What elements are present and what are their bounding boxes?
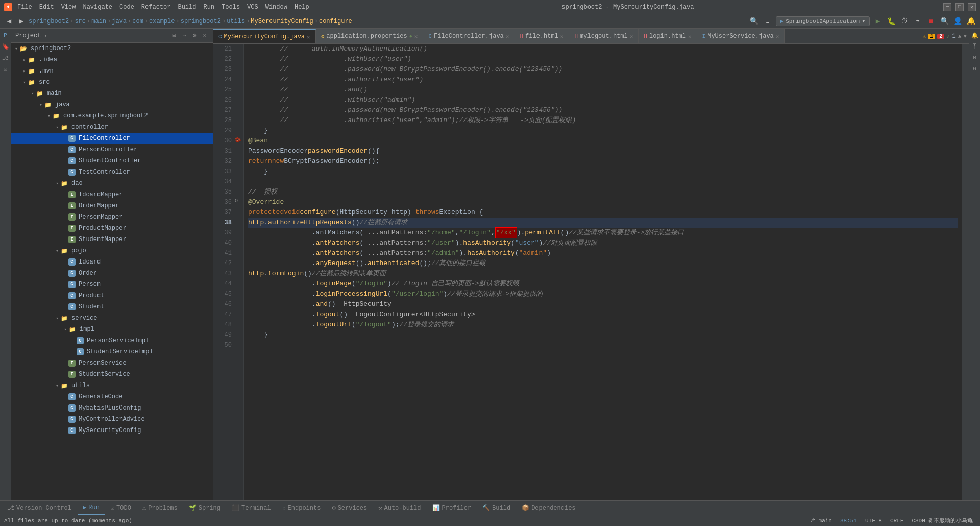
tab-myuserservice[interactable]: I MyUserService.java ✕	[697, 29, 785, 43]
menu-view[interactable]: View	[58, 3, 79, 12]
tree-item--mvn[interactable]: ▸📁.mvn	[11, 65, 213, 77]
bottom-tab-run[interactable]: ▶Run	[78, 501, 105, 515]
code-line[interactable]: // 授权	[248, 187, 958, 197]
code-editor[interactable]: // auth.inMemoryAuthentication() // .wit…	[244, 44, 962, 500]
coverage-button[interactable]: ☂	[913, 16, 923, 27]
tab-close-button[interactable]: ✕	[776, 33, 779, 40]
tree-item-mycontrolleradvice[interactable]: CMyControllerAdvice	[11, 414, 213, 425]
tree-item-testcontroller[interactable]: CTestController	[11, 166, 213, 178]
git-status[interactable]: ⎇ main	[805, 515, 835, 527]
encoding-status[interactable]: UTF-8	[862, 515, 885, 527]
user-button[interactable]: 👤	[952, 16, 963, 27]
debug-button[interactable]: 🐛	[886, 16, 896, 27]
tab-file-html[interactable]: H file.html ✕	[514, 29, 569, 43]
menu-file[interactable]: File	[14, 3, 35, 12]
tab-close-button[interactable]: ✕	[414, 33, 418, 40]
maximize-button[interactable]: □	[955, 3, 964, 11]
project-dropdown-icon[interactable]: ▾	[44, 33, 47, 39]
bottom-tab-profiler[interactable]: 📊Profiler	[427, 501, 477, 515]
tree-item-productmapper[interactable]: IProductMapper	[11, 223, 213, 234]
tree-item-product[interactable]: CProduct	[11, 290, 213, 301]
tab-close-button[interactable]: ✕	[506, 33, 509, 40]
tree-item-dao[interactable]: ▾📁dao	[11, 178, 213, 189]
database-icon[interactable]: 🗄	[970, 42, 979, 51]
collapse-all-button[interactable]: ⊟	[170, 32, 178, 40]
breadcrumb-java[interactable]: java	[112, 18, 127, 25]
tree-item-personcontroller[interactable]: CPersonController	[11, 144, 213, 155]
code-line[interactable]: .logoutUrl("/logout");//登录提交的请求	[248, 320, 958, 330]
cursor-position[interactable]: 38:51	[837, 515, 860, 527]
tree-item-generatecode[interactable]: CGenerateCode	[11, 391, 213, 402]
bottom-tab-todo[interactable]: ☑TODO	[106, 501, 136, 515]
menu-window[interactable]: Window	[262, 3, 290, 12]
code-line[interactable]: .loginProcessingUrl("/user/login")//登录提交…	[248, 289, 958, 299]
structure-sidebar-icon[interactable]: ≡	[1, 76, 10, 85]
tree-item-order[interactable]: COrder	[11, 268, 213, 279]
stop-button[interactable]: ■	[926, 16, 936, 27]
line-separator-status[interactable]: CRLF	[887, 515, 906, 527]
tree-item-mysercurityconfig[interactable]: CMySercurityConfig	[11, 425, 213, 436]
notifications-button[interactable]: 🔔	[966, 16, 976, 27]
code-line[interactable]: }	[248, 166, 958, 177]
tree-item-idcardmapper[interactable]: IIdcardMapper	[11, 189, 213, 200]
code-line[interactable]: .loginPage("/login")// /login 自己写的页面->默认…	[248, 279, 958, 289]
breadcrumb-src[interactable]: src	[75, 18, 86, 25]
search-everywhere-button[interactable]: 🔍	[749, 16, 760, 27]
tree-item-filecontroller[interactable]: CFileController	[11, 133, 213, 144]
breadcrumb-springboot2-2[interactable]: springboot2	[181, 18, 221, 25]
menu-edit[interactable]: Edit	[36, 3, 57, 12]
breadcrumb-com[interactable]: com	[132, 18, 143, 25]
tree-item-impl[interactable]: ▾📁impl	[11, 324, 213, 335]
tree-item-springboot2[interactable]: ▾📂springboot2	[11, 43, 213, 54]
tab-close-button[interactable]: ✕	[560, 33, 564, 40]
code-line[interactable]: // .withUser("admin")	[248, 95, 958, 105]
code-line[interactable]: .antMatchers( ...antPatterns: "/user").h…	[248, 238, 958, 248]
notifications-sidebar-icon[interactable]: 🔔	[970, 31, 979, 40]
code-line[interactable]: // .password(new BCryptPasswordEncoder()…	[248, 105, 958, 115]
code-line[interactable]: return new BCryptPasswordEncoder();	[248, 156, 958, 166]
forward-button[interactable]: ▶	[16, 16, 27, 27]
run-configuration[interactable]: ▶ Springboot2Application ▾	[776, 16, 870, 26]
bottom-tab-problems[interactable]: ⚠Problems	[137, 501, 183, 515]
tree-item--idea[interactable]: ▸📁.idea	[11, 54, 213, 65]
bottom-tab-version-control[interactable]: ⎇Version Control	[2, 501, 77, 515]
breadcrumb-springboot2[interactable]: springboot2	[29, 18, 69, 25]
run-button[interactable]: ▶	[873, 16, 883, 27]
tree-item-service[interactable]: ▾📁service	[11, 313, 213, 324]
code-line[interactable]: http.authorizeHttpRequests()//拦截所有请求	[248, 218, 958, 228]
menu-code[interactable]: Code	[116, 3, 137, 12]
breadcrumb-main[interactable]: main	[91, 18, 106, 25]
tree-item-personservice[interactable]: IPersonService	[11, 357, 213, 369]
search-button[interactable]: 🔍	[939, 16, 949, 27]
tree-item-studentcontroller[interactable]: CStudentController	[11, 155, 213, 166]
code-line[interactable]: protected void configure(HttpSecurity ht…	[248, 207, 958, 218]
code-line[interactable]: // .authorities("user")	[248, 75, 958, 85]
breadcrumb-configure[interactable]: configure	[319, 18, 352, 25]
menu-help[interactable]: Help	[291, 3, 312, 12]
hide-panel-button[interactable]: ✕	[201, 32, 209, 40]
menu-build[interactable]: Build	[175, 3, 199, 12]
tree-item-main[interactable]: ▾📁main	[11, 88, 213, 99]
close-button[interactable]: ✕	[968, 3, 976, 11]
tree-item-person[interactable]: CPerson	[11, 279, 213, 290]
tree-item-com-example-springboot2[interactable]: ▾📁com.example.springboot2	[11, 110, 213, 122]
maven-icon[interactable]: M	[970, 53, 979, 62]
code-line[interactable]: .antMatchers( ...antPatterns: "/home","/…	[248, 228, 958, 238]
menu-navigate[interactable]: Navigate	[80, 3, 115, 12]
tree-item-java[interactable]: ▾📁java	[11, 99, 213, 110]
tree-item-personserviceimpl[interactable]: CPersonServiceImpl	[11, 335, 213, 346]
tab-mylogout-html[interactable]: H mylogout.html ✕	[569, 29, 639, 43]
back-button[interactable]: ◀	[4, 16, 14, 27]
tab-mysercurityconfig[interactable]: C MySercurityConfig.java ✕	[213, 29, 316, 43]
code-line[interactable]: .logout() LogoutConfigurer<HttpSecurity>	[248, 309, 958, 320]
expand-icon[interactable]: ▲	[958, 33, 962, 39]
code-line[interactable]: }	[248, 330, 958, 340]
menu-refactor[interactable]: Refactor	[138, 3, 174, 12]
code-line[interactable]: PasswordEncoder passwordEncoder(){	[248, 146, 958, 156]
profile-button[interactable]: ⏱	[899, 16, 910, 27]
code-line[interactable]: http.formLogin()//拦截后跳转到表单页面	[248, 269, 958, 279]
bottom-tab-dependencies[interactable]: 📦Dependencies	[517, 501, 580, 515]
tree-item-idcard[interactable]: CIdcard	[11, 256, 213, 268]
code-line[interactable]: // auth.inMemoryAuthentication()	[248, 44, 958, 54]
tree-item-mybatisplusconfig[interactable]: CMybatisPlusConfig	[11, 402, 213, 414]
